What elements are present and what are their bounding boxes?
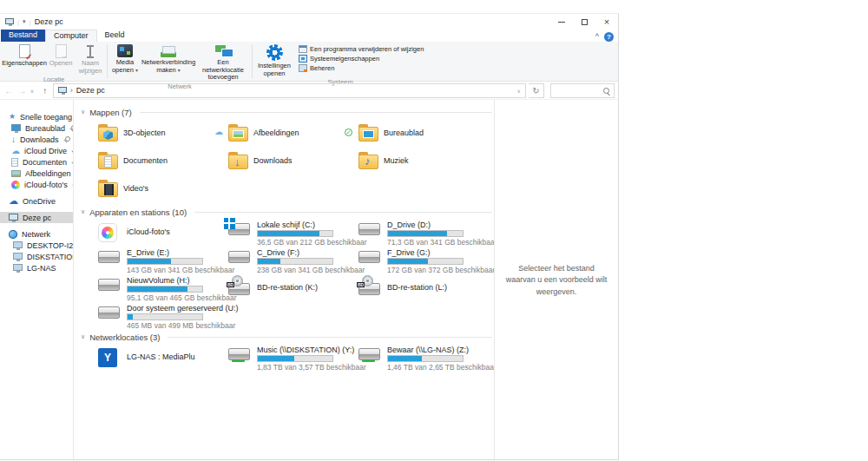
sidebar-item-deze-pc[interactable]: Deze pc [0, 212, 73, 223]
address-dropdown-caret-icon[interactable]: ∨ [516, 88, 520, 94]
maximize-button[interactable] [573, 14, 595, 30]
drive-tile-e[interactable]: E_Drive (E:) 143 GB van 341 GB beschikba… [98, 247, 228, 272]
network-tile-music-y[interactable]: Music (\\DISKSTATION) (Y:) 1,83 TB van 3… [228, 345, 358, 369]
minimize-button[interactable] [550, 14, 573, 30]
drive-icon-wrap [358, 345, 382, 360]
separator: | [17, 18, 19, 26]
folder-icon [98, 182, 118, 197]
netwerkverbinding-maken-button[interactable]: Netwerkverbinding maken ▾ [141, 42, 195, 82]
drive-tile-icloud-fotos[interactable]: iCloud-foto's [98, 220, 228, 244]
drive-tile-g[interactable]: F_Drive (G:) 172 GB van 372 GB beschikba… [358, 247, 489, 272]
instellingen-openen-button[interactable]: Instellingen openen [253, 42, 295, 77]
folder-tile-afbeeldingen[interactable]: ☁ Afbeeldingen [228, 120, 358, 146]
media-player-icon [117, 44, 133, 57]
drive-usage-bar [257, 230, 333, 237]
sidebar-item-bureaublad[interactable]: Bureaublad [0, 122, 73, 134]
sidebar-item-downloads[interactable]: ↓ Downloads [0, 134, 73, 145]
drive-icon-wrap [228, 247, 252, 263]
openen-button: → Openen [47, 42, 75, 75]
forward-button[interactable]: → [16, 86, 27, 95]
download-icon: ↓ [11, 135, 16, 144]
drive-icon-wrap [358, 220, 382, 235]
close-button[interactable]: × [595, 14, 618, 30]
network-tile-lg-nas[interactable]: Y LG-NAS : MediaPlu [98, 345, 228, 369]
network-pc-icon [13, 253, 23, 260]
drive-tile-bd-k[interactable]: BD BD-re-station (K:) [228, 275, 358, 300]
drive-usage-bar [127, 286, 203, 293]
network-pc-icon [13, 264, 23, 271]
drive-tile-h[interactable]: NieuwVolume (H:) 95,1 GB van 465 GB besc… [98, 275, 228, 300]
recent-locations-caret-icon[interactable]: ∨ [30, 88, 37, 94]
systeemeigenschappen-button[interactable]: Systeemeigenschappen [299, 55, 424, 63]
folder-icon [98, 127, 118, 142]
sidebar-item-desktop-i2ev1p6[interactable]: DESKTOP-I2EV1P6 [0, 240, 73, 251]
sidebar-item-netwerk[interactable]: Netwerk [0, 228, 73, 240]
title-bar[interactable]: | ▾ | Deze pc × [0, 14, 618, 30]
drive-tile-c[interactable]: Lokale schijf (C:) 36,5 GB van 212 GB be… [228, 220, 358, 244]
section-header-apparaten[interactable]: ∨ Apparaten en stations (10) [81, 207, 494, 217]
address-bar[interactable]: › Deze pc ∨ [53, 83, 526, 98]
sidebar-item-documenten[interactable]: Documenten [0, 156, 73, 168]
folder-tile-documenten[interactable]: Documenten [98, 148, 228, 174]
programma-verwijderen-button[interactable]: Een programma verwijderen of wijzigen [299, 45, 424, 53]
folder-tile-3d-objecten[interactable]: 3D-objecten [98, 120, 228, 146]
sidebar-item-onedrive[interactable]: ☁ OneDrive [0, 195, 73, 207]
network-tile-bewaar-z[interactable]: Bewaar (\\LG-NAS) (Z:) 1,46 TB van 2,65 … [358, 345, 489, 369]
up-button[interactable]: ↑ [39, 86, 49, 95]
ribbon: ✓ Eigenschappen → Openen Naam wijzigen L… [0, 42, 618, 82]
drive-tile-f[interactable]: C_Drive (F:) 238 GB van 341 GB beschikba… [228, 247, 358, 272]
tab-beeld[interactable]: Beeld [97, 30, 133, 42]
section-header-mappen[interactable]: ∨ Mappen (7) [81, 107, 494, 117]
beheren-button[interactable]: Beheren [299, 64, 424, 72]
this-pc-icon [9, 214, 18, 221]
refresh-button[interactable]: ↻ [529, 83, 544, 98]
folder-tile-muziek[interactable]: ♪ Muziek [358, 148, 489, 174]
quick-access-toolbar-caret-icon[interactable]: ▾ [23, 18, 26, 25]
folder-tile-downloads[interactable]: ↓ Downloads [228, 148, 358, 174]
pin-icon[interactable] [63, 136, 70, 143]
desktop-icon [363, 130, 374, 138]
drive-tile-d[interactable]: D_Drive (D:) 71,3 GB van 341 GB beschikb… [358, 220, 489, 244]
film-strip-icon [104, 184, 114, 195]
tab-computer[interactable]: Computer [45, 30, 97, 42]
eigenschappen-button[interactable]: ✓ Eigenschappen [2, 42, 47, 75]
sidebar-item-afbeeldingen[interactable]: Afbeeldingen [0, 168, 73, 179]
drive-tile-u[interactable]: Door systeem gereserveerd (U:) 465 MB va… [98, 303, 228, 327]
folder-tile-bureaublad[interactable]: ✓ Bureaublad [358, 120, 489, 146]
tab-bestand[interactable]: Bestand [1, 30, 45, 42]
sidebar-item-diskstation[interactable]: DISKSTATION [0, 251, 73, 262]
breadcrumb[interactable]: Deze pc [76, 86, 105, 95]
window-title: Deze pc [35, 17, 63, 26]
network-grid: Y LG-NAS : MediaPlu Music (\\DISKSTATION… [98, 345, 494, 372]
collapse-chevron-icon: ∨ [81, 109, 85, 115]
folder-icon: ↓ [228, 155, 248, 169]
sidebar-item-icloud-drive[interactable]: ☁ iCloud Drive [0, 145, 73, 156]
folder-icon: ♪ [358, 155, 378, 169]
network-pc-icon [13, 241, 23, 248]
media-openen-button[interactable]: Media openen ▾ [108, 42, 141, 82]
cloud-icon: ☁ [11, 147, 20, 155]
drive-icon-wrap [98, 247, 122, 263]
sidebar-item-snelle-toegang[interactable]: ★ Snelle toegang [0, 111, 73, 122]
dropdown-caret-icon: ▾ [178, 68, 181, 73]
hard-drive-icon [98, 251, 120, 263]
netwerklocatie-toevoegen-button[interactable]: Een netwerklocatie toevoegen [195, 42, 251, 82]
ribbon-group-systeem: Instellingen openen Een programma verwij… [253, 42, 427, 81]
sidebar-item-lg-nas[interactable]: LG-NAS [0, 262, 73, 273]
help-button[interactable]: ? [604, 32, 614, 42]
drive-tile-bd-l[interactable]: BD BD-re-station (L:) [358, 275, 489, 300]
folder-tile-videos[interactable]: Video's [98, 175, 228, 201]
back-button[interactable]: ← [3, 86, 14, 95]
section-header-netwerklocaties[interactable]: ∨ Netwerklocaties (3) [81, 332, 494, 342]
drive-icon-wrap [358, 247, 382, 263]
sidebar-item-icloud-fotos[interactable]: iCloud-foto's [0, 179, 73, 190]
network-location-icon [214, 44, 233, 57]
drive-icon-wrap: BD [358, 280, 382, 295]
this-pc-icon [58, 87, 67, 93]
preview-pane: Selecteer het bestand waarvan u een voor… [495, 100, 618, 461]
drive-icon-wrap: Y [98, 346, 122, 367]
music-note-icon: ♪ [365, 155, 371, 169]
collapse-ribbon-icon[interactable]: ^ [595, 33, 599, 41]
dropdown-caret-icon: ▾ [135, 68, 138, 73]
hard-drive-icon [358, 223, 380, 235]
